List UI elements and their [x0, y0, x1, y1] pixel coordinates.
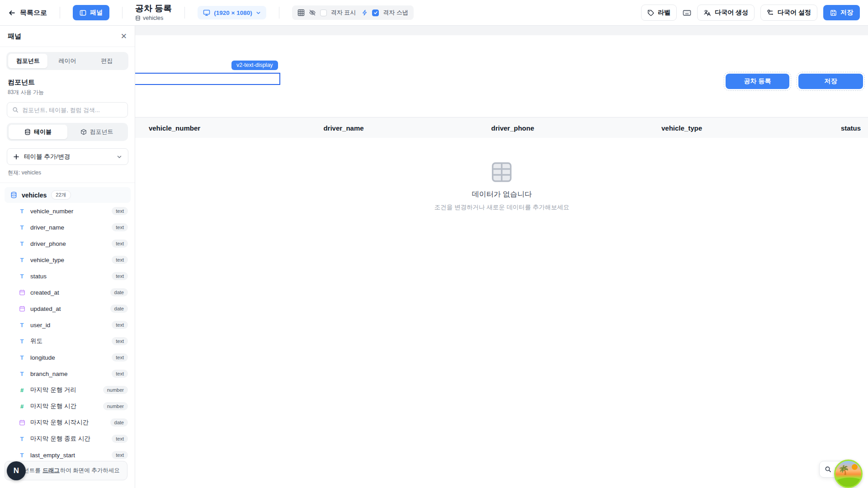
field-row[interactable]: T longitude text — [0, 349, 135, 366]
field-type-badge: text — [112, 451, 128, 459]
panel-title: 패널 — [8, 32, 21, 41]
drag-hint-suffix: 하여 화면에 추가하세요 — [60, 467, 120, 474]
grid-snap-label: 격자 스냅 — [383, 9, 408, 17]
island-sticker-icon[interactable]: 🌴 — [834, 460, 863, 488]
source-mode-tabs: 테이블 컴포넌트 — [7, 123, 128, 141]
field-row[interactable]: T driver_phone text — [0, 235, 135, 252]
back-to-list-button[interactable]: 목록으로 — [8, 9, 47, 17]
field-name: longitude — [30, 354, 107, 361]
field-row[interactable]: updated_at date — [0, 300, 135, 317]
design-canvas[interactable]: v2-text-display 공차 등록 저장 vehicle_numberd… — [135, 26, 868, 488]
mode-tab-tables[interactable]: 테이블 — [9, 125, 67, 139]
tab-edit[interactable]: 편집 — [87, 54, 127, 68]
mode-tab-components[interactable]: 컴포넌트 — [67, 125, 126, 139]
grid-show-checkbox[interactable] — [320, 9, 327, 16]
table-header-cell: vehicle_type — [597, 117, 766, 138]
field-type-badge: text — [112, 256, 128, 264]
field-row[interactable]: T vehicle_number text — [0, 203, 135, 219]
field-type-badge: text — [112, 370, 128, 378]
i18n-settings-label: 다국어 설정 — [778, 9, 811, 17]
field-row[interactable]: T 위도 text — [0, 333, 135, 349]
table-header-cell: driver_phone — [428, 117, 597, 138]
field-row[interactable]: T status text — [0, 268, 135, 284]
user-avatar[interactable]: N — [7, 461, 26, 480]
field-type-icon: T — [19, 322, 25, 328]
label-button[interactable]: 라벨 — [641, 5, 677, 21]
database-icon — [24, 129, 31, 135]
tab-layers[interactable]: 레이어 — [47, 54, 87, 68]
panel-toggle-button[interactable]: 패널 — [73, 5, 109, 20]
viewport-size-label: (868 × 488) — [214, 9, 252, 16]
field-name: driver_name — [30, 224, 107, 231]
plus-icon — [13, 154, 19, 160]
grid-icon — [297, 9, 305, 16]
field-type-badge: text — [112, 353, 128, 361]
field-row[interactable]: T vehicle_type text — [0, 252, 135, 268]
panel-icon — [80, 9, 86, 16]
i18n-generate-label: 다국어 생성 — [715, 9, 748, 17]
tab-components[interactable]: 컴포넌트 — [8, 54, 47, 68]
field-row[interactable]: # 마지막 운행 거리 number — [0, 382, 135, 398]
component-search-box — [7, 102, 128, 117]
monitor-icon — [203, 9, 210, 16]
drag-hint-bold: 드래그 — [42, 467, 60, 474]
field-type-icon: T — [19, 436, 25, 442]
top-toolbar: 목록으로 패널 공차 등록 vehicles — [0, 0, 868, 26]
register-vehicle-button[interactable]: 공차 등록 — [726, 74, 789, 89]
field-name: 마지막 운행 시작시간 — [30, 418, 105, 427]
add-change-table-button[interactable]: 테이블 추가/변경 — [7, 148, 128, 165]
canvas-save-button[interactable]: 저장 — [798, 74, 863, 89]
field-type-badge: text — [112, 239, 128, 248]
field-name: 마지막 운행 시간 — [30, 402, 98, 410]
field-name: vehicle_number — [30, 208, 107, 215]
save-button-label: 저장 — [840, 9, 853, 17]
field-type-icon: T — [19, 208, 25, 215]
page-title: 공차 등록 — [135, 4, 172, 14]
field-type-icon: T — [19, 452, 25, 459]
eye-off-icon — [309, 9, 316, 16]
field-type-badge: date — [110, 305, 128, 313]
save-button[interactable]: 저장 — [823, 5, 860, 20]
tag-icon — [647, 9, 654, 16]
lightning-icon — [362, 9, 368, 16]
field-type-icon: # — [19, 387, 25, 394]
field-type-icon — [19, 289, 25, 296]
field-type-icon: T — [19, 354, 25, 361]
field-row[interactable]: T 마지막 운행 종료 시간 text — [0, 431, 135, 447]
field-type-icon: # — [19, 403, 25, 410]
i18n-settings-button[interactable]: 다국어 설정 — [760, 5, 817, 21]
data-table-header: vehicle_numberdriver_namedriver_phoneveh… — [135, 117, 868, 138]
save-component: 저장 — [798, 74, 863, 89]
field-name: driver_phone — [30, 240, 107, 247]
toolbar-divider — [279, 7, 279, 19]
viewport-size-selector[interactable]: (868 × 488) — [198, 6, 266, 19]
current-table-label: 현재: vehicles — [8, 169, 127, 177]
field-name: vehicle_type — [30, 257, 107, 263]
field-type-badge: text — [112, 272, 128, 280]
magnifier-icon — [825, 466, 831, 473]
page-title-block: 공차 등록 vehicles — [135, 4, 172, 21]
field-type-icon — [19, 419, 25, 426]
app: 목록으로 패널 공차 등록 vehicles — [0, 0, 868, 488]
keyboard-shortcuts-button[interactable] — [683, 9, 691, 17]
field-name: updated_at — [30, 305, 105, 312]
field-type-icon: T — [19, 240, 25, 247]
field-row[interactable]: created_at date — [0, 284, 135, 300]
grid-snap-checkbox[interactable] — [372, 9, 379, 16]
empty-state: 데이터가 없습니다 조건을 변경하거나 새로운 데이터를 추가해보세요 — [434, 160, 570, 211]
selected-text-display-component[interactable] — [135, 73, 280, 85]
field-row[interactable]: T driver_name text — [0, 219, 135, 235]
field-row[interactable]: # 마지막 운행 시간 number — [0, 398, 135, 414]
i18n-generate-button[interactable]: 다국어 생성 — [697, 5, 755, 21]
database-icon — [135, 15, 141, 21]
panel-close-button[interactable]: ✕ — [121, 33, 127, 40]
panel-toggle-label: 패널 — [90, 9, 103, 17]
component-search-input[interactable] — [22, 107, 123, 113]
table-name: vehicles — [22, 192, 47, 199]
table-header-cell: vehicle_number — [135, 117, 259, 138]
field-row[interactable]: T branch_name text — [0, 366, 135, 382]
arrow-left-icon — [8, 9, 16, 17]
table-row-vehicles[interactable]: vehicles 22개 — [5, 187, 131, 203]
field-row[interactable]: T user_id text — [0, 317, 135, 333]
field-row[interactable]: 마지막 운행 시작시간 date — [0, 414, 135, 431]
